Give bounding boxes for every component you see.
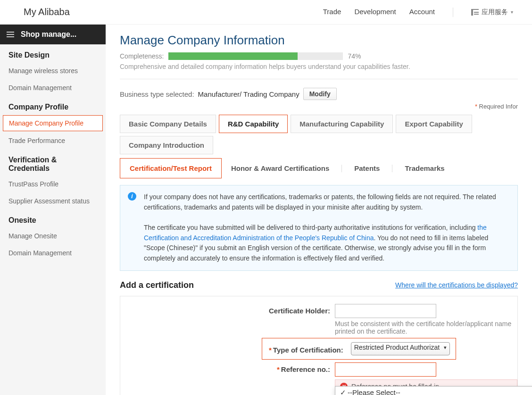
subtab-patents[interactable]: Patents — [345, 159, 389, 178]
header: My Alibaba Trade Development Account 应用服… — [0, 0, 532, 25]
app-services-label: 应用服务 — [482, 8, 508, 17]
section-header: Add a certification Where will the certi… — [120, 280, 518, 290]
sidebar-item-manage-onesite[interactable]: Manage Onesite — [0, 227, 106, 244]
tab-company-intro[interactable]: Company Introduction — [120, 136, 213, 154]
section-help-link[interactable]: Where will the certifications be display… — [395, 281, 518, 289]
page-subtext: Comprehensive and detailed company infor… — [120, 63, 518, 70]
type-certification-select[interactable]: Restricted Product Authorizat — [351, 342, 450, 355]
subtab-trademarks[interactable]: Trademarks — [395, 159, 454, 178]
sidebar-section-company-profile: Company Profile — [0, 96, 106, 114]
app-services-dropdown[interactable]: 应用服务 ▾ — [471, 8, 513, 17]
info-icon: i — [128, 192, 136, 201]
tab-export[interactable]: Export Capability — [396, 115, 472, 133]
divider — [453, 8, 453, 17]
main-content: Manage Company Information Completeness:… — [106, 25, 532, 395]
progress-bar — [168, 52, 343, 60]
sidebar-section-verification: Verification & Credentials — [0, 149, 106, 176]
cert-holder-label: Certificate Holder: — [120, 304, 335, 315]
section-title: Add a certification — [120, 280, 194, 290]
check-icon: ✓ — [340, 388, 348, 395]
header-nav: Trade Development Account 应用服务 ▾ — [323, 8, 513, 17]
list-icon — [471, 9, 479, 16]
sidebar-item-supplier-assessment[interactable]: Supplier Assessment status — [0, 193, 106, 210]
modify-button[interactable]: Modify — [303, 88, 337, 100]
menu-icon — [7, 32, 14, 37]
separator — [392, 165, 392, 172]
separator — [341, 165, 342, 172]
tabs: Basic Company Details R&D Capability Man… — [120, 115, 518, 154]
cert-holder-input[interactable] — [335, 304, 436, 318]
info-paragraph-2: The certificate you have submitted will … — [144, 223, 509, 264]
tab-manufacturing[interactable]: Manufacturing Capability — [291, 115, 393, 133]
sidebar-item-trustpass[interactable]: TrustPass Profile — [0, 176, 106, 193]
subtab-certification[interactable]: Certification/Test Report — [120, 158, 222, 178]
row-type-certification: *Type of Certification: Restricted Produ… — [120, 338, 517, 360]
sidebar-item-trade-performance[interactable]: Trade Performance — [0, 132, 106, 149]
sidebar-head-label: Shop manage... — [21, 30, 76, 39]
cert-holder-help: Must be consistent with the certificate … — [335, 320, 517, 335]
biz-label: Business type selected: — [120, 90, 194, 98]
nav-account[interactable]: Account — [409, 8, 435, 17]
info-paragraph-1: If your company does not have any certif… — [144, 192, 509, 212]
dropdown-item-please-select[interactable]: ✓--Please Select-- — [335, 387, 532, 395]
sidebar-header[interactable]: Shop manage... — [0, 25, 106, 44]
required-note: * Required Infor — [120, 103, 518, 110]
certification-form: Certificate Holder: Must be consistent w… — [120, 296, 518, 395]
sidebar-section-site-design: Site Design — [0, 44, 106, 62]
reference-no-input[interactable] — [335, 362, 436, 377]
ref-label: Reference no.: — [281, 365, 330, 373]
completeness-pct: 74% — [348, 52, 361, 60]
sidebar-section-onesite: Onesite — [0, 210, 106, 227]
sidebar-item-wireless-stores[interactable]: Manage wireless stores — [0, 62, 106, 79]
completeness-row: Completeness: 74% — [120, 52, 518, 60]
completeness-label: Completeness: — [120, 52, 164, 60]
tab-rd-capability[interactable]: R&D Capability — [219, 115, 288, 133]
nav-development[interactable]: Development — [354, 8, 396, 17]
business-type-row: Business type selected: Manufacturer/ Tr… — [120, 88, 518, 100]
sidebar-item-manage-company-profile[interactable]: Manage Company Profile — [3, 115, 103, 131]
name-dropdown[interactable]: ✓--Please Select-- Medical Device Manufa… — [335, 386, 532, 395]
row-cert-holder: Certificate Holder: Must be consistent w… — [120, 304, 517, 335]
nav-trade[interactable]: Trade — [323, 8, 341, 17]
subtabs: Certification/Test Report Honor & Award … — [120, 158, 518, 178]
sidebar-item-domain-mgmt[interactable]: Domain Management — [0, 79, 106, 96]
info-box: i If your company does not have any cert… — [120, 185, 518, 271]
tab-basic-details[interactable]: Basic Company Details — [120, 115, 216, 133]
subtab-honor-award[interactable]: Honor & Award Certifications — [222, 159, 339, 178]
divider — [120, 79, 518, 79]
app-title: My Alibaba — [24, 7, 70, 17]
sidebar: Shop manage... Site Design Manage wirele… — [0, 25, 106, 395]
biz-value: Manufacturer/ Trading Company — [198, 90, 299, 98]
page-title: Manage Company Information — [120, 33, 518, 48]
type-certification-highlight: *Type of Certification: Restricted Produ… — [262, 338, 456, 360]
sidebar-item-domain-mgmt-2[interactable]: Domain Management — [0, 244, 106, 261]
chevron-down-icon: ▾ — [511, 9, 513, 15]
progress-fill — [168, 52, 298, 60]
